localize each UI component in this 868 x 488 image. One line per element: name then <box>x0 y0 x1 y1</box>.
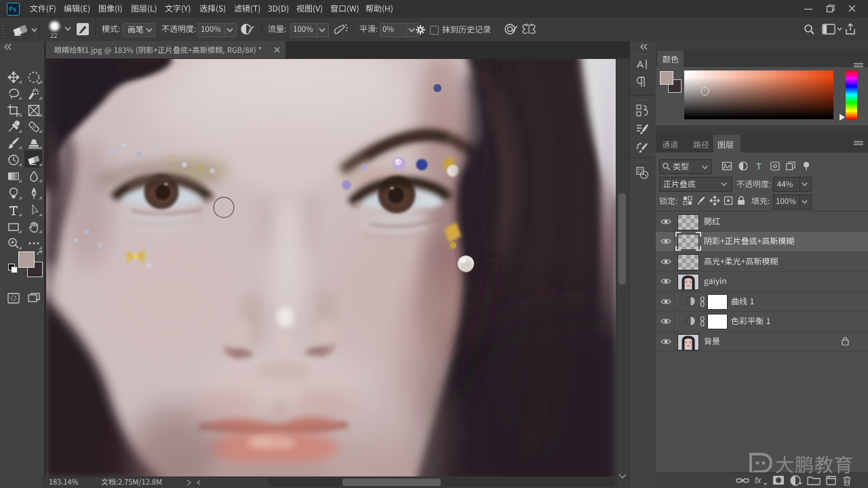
svg-text:T: T <box>756 161 762 171</box>
svg-text:fx: fx <box>755 476 762 485</box>
svg-text:A: A <box>637 58 644 70</box>
